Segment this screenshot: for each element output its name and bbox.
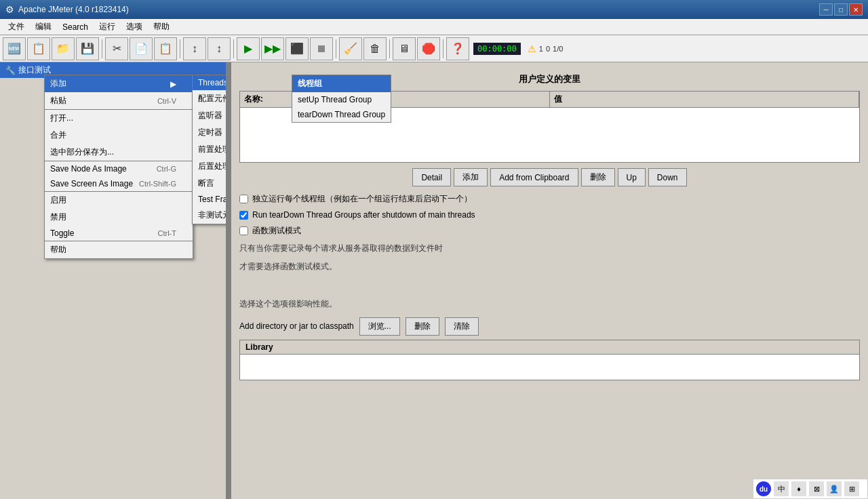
menu-file[interactable]: 文件 [3,20,30,34]
threads-submenu-header: 线程组 [292,75,391,92]
checkbox-independent-input[interactable] [239,195,248,203]
toolbar-remote-start[interactable]: 🖥 [393,37,416,60]
warning-area: ⚠ 1 0 1/0 [528,43,564,54]
sep4 [336,39,336,58]
toolbar-copy[interactable]: 📄 [130,37,153,60]
ctx-merge[interactable]: 合并 [45,127,193,144]
minimize-button[interactable]: ─ [819,3,833,16]
maximize-button[interactable]: □ [834,3,848,16]
sep6 [443,39,443,58]
menu-bar: 文件 编辑 Search 运行 选项 帮助 [0,19,868,35]
menu-run[interactable]: 运行 [94,20,121,34]
sep1 [102,39,102,58]
action-buttons: Detail 添加 Add from Clipboard 删除 Up Down [239,168,860,186]
ctx-non-test[interactable]: 非测试元件 ▶ [193,207,227,224]
ctx-disable[interactable]: 禁用 [45,209,193,226]
title-bar: ⚙ Apache JMeter (4.0 r1823414) ─ □ ✕ [0,0,868,19]
baidu-user[interactable]: 👤 [827,481,842,496]
ctx-listener[interactable]: 监听器 ▶ [193,107,227,124]
ctx-test-fragment[interactable]: Test Fragment ▶ [193,192,227,207]
checkbox-func-test-input[interactable] [239,226,248,235]
menu-edit[interactable]: 编辑 [30,20,57,34]
ctx-help[interactable]: 帮助 [45,241,193,258]
baidu-logo: du [756,481,771,496]
checkbox-func-test: 函数测试模式 [239,222,860,239]
delete-button[interactable]: 删除 [581,168,615,186]
menu-search[interactable]: Search [57,21,94,33]
toolbar-templates[interactable]: 📋 [27,37,50,60]
checkbox-independent: 独立运行每个线程组（例如在一个组运行结束后启动下一个） [239,191,860,207]
toolbar-cut[interactable]: ✂ [105,37,128,60]
toolbar: 🆕 📋 📁 💾 ✂ 📄 📋 ↕ ↕ ▶ ▶▶ ⬛ ⏹ 🧹 🗑 🖥 🛑 ❓ 00:… [0,35,868,62]
add-button[interactable]: 添加 [454,168,488,186]
menu-help[interactable]: 帮助 [148,20,175,34]
ctx-pre-processor[interactable]: 前置处理器 ▶ [193,141,227,158]
add-from-clipboard-button[interactable]: Add from Clipboard [490,168,578,186]
ctx-post-processor[interactable]: 后置处理器 ▶ [193,158,227,175]
menu-options[interactable]: 选项 [121,20,148,34]
toolbar-collapse[interactable]: ↕ [208,37,231,60]
classpath-label: Add directory or jar to classpath [239,321,354,331]
toolbar-start-no-pause[interactable]: ▶▶ [261,37,284,60]
ctx-assertion[interactable]: 断言 ▶ [193,175,227,192]
ctx-timer[interactable]: 定时器 ▶ [193,124,227,141]
teardown-thread-group[interactable]: tearDown Thread Group [292,107,391,122]
ctx-open[interactable]: 打开... [45,110,193,127]
ratio-display: 1/0 [553,45,563,53]
ctx-save-partial[interactable]: 选中部分保存为... [45,144,193,161]
submenu-arrow: ▶ [170,79,176,89]
down-button[interactable]: Down [648,168,687,186]
checkbox-teardown-input[interactable] [239,211,248,220]
classpath-delete-button[interactable]: 删除 [406,317,439,336]
toolbar-stop[interactable]: ⬛ [285,37,309,60]
ctx-config[interactable]: 配置元件 ▶ [193,90,227,107]
window-title: Apache JMeter (4.0 r1823414) [18,5,129,14]
toolbar-new[interactable]: 🆕 [3,37,26,60]
classpath-clear-button[interactable]: 清除 [445,317,479,336]
library-table: Library [239,340,860,380]
baidu-bookmark[interactable]: ⊠ [809,481,824,496]
ctx-paste[interactable]: 粘贴 Ctrl-V [45,92,193,110]
checkbox-teardown: Run tearDown Thread Groups after shutdow… [239,207,860,222]
ctx-enable[interactable]: 启用 [45,192,193,209]
browse-button[interactable]: 浏览... [359,317,400,336]
toolbar-remote-stop[interactable]: 🛑 [417,37,440,60]
baidu-grid[interactable]: ⊞ [844,481,859,496]
toolbar-help[interactable]: ❓ [446,37,469,60]
detail-button[interactable]: Detail [412,168,451,186]
toolbar-clear-all[interactable]: 🗑 [363,37,387,60]
threads-submenu[interactable]: 线程组 setUp Thread Group tearDown Thread G… [292,75,391,123]
ctx-add[interactable]: 添加 ▶ [45,75,193,92]
time-display: 00:00:00 [473,43,521,55]
context-menu-area: 添加 ▶ 粘贴 Ctrl-V 打开... 合并 选中部分保存为... Save [0,62,227,499]
toolbar-clear[interactable]: 🧹 [339,37,362,60]
desc-line1: 只有当你需要记录每个请求从服务器取得的数据到文件时 [239,239,860,258]
ctx-toggle[interactable]: Toggle Ctrl-T [45,226,193,241]
close-button[interactable]: ✕ [849,3,863,16]
desc-spacer [239,276,860,294]
toolbar-paste[interactable]: 📋 [154,37,177,60]
toolbar-shutdown[interactable]: ⏹ [310,37,333,60]
error-count: 0 [546,45,550,53]
setup-thread-group[interactable]: setUp Thread Group [292,92,391,107]
sep3 [233,39,234,58]
toolbar-save[interactable]: 💾 [76,37,99,60]
warn-count: 1 [539,45,543,53]
ctx-threads-users[interactable]: Threads (Users) ▶ [193,75,227,90]
main-area: 🔧 接口测试 添加 ▶ 粘贴 Ctrl-V 打开... 合并 [0,62,868,499]
classpath-row: Add directory or jar to classpath 浏览... … [239,313,860,340]
toolbar-start[interactable]: ▶ [237,37,260,60]
col-name: 名称: [240,92,550,107]
desc-line4: 选择这个选项很影响性能。 [239,295,860,313]
context-menu-1[interactable]: 添加 ▶ 粘贴 Ctrl-V 打开... 合并 选中部分保存为... Save [44,75,193,259]
checkbox-func-test-label: 函数测试模式 [252,225,301,237]
toolbar-open[interactable]: 📁 [52,37,75,60]
checkbox-independent-label: 独立运行每个线程组（例如在一个组运行结束后启动下一个） [252,193,472,205]
baidu-chinese[interactable]: 中 [774,481,789,496]
ctx-save-screen-image[interactable]: Save Screen As Image Ctrl-Shift-G [45,176,193,192]
baidu-search[interactable]: ♦ [791,481,806,496]
context-menu-2[interactable]: Threads (Users) ▶ 配置元件 ▶ 监听器 ▶ 定时器 ▶ 前置处… [192,75,227,224]
up-button[interactable]: Up [618,168,646,186]
ctx-save-node-image[interactable]: Save Node As Image Ctrl-G [45,161,193,176]
toolbar-expand[interactable]: ↕ [183,37,206,60]
